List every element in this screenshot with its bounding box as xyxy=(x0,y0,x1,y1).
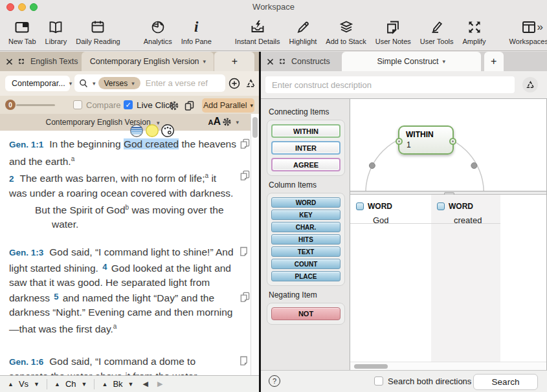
footnote-marker[interactable]: a xyxy=(113,323,117,330)
copy-icon[interactable] xyxy=(240,170,250,181)
copy-icon[interactable] xyxy=(240,138,250,149)
step-down-icon[interactable]: ▼ xyxy=(34,381,39,387)
text-size-control[interactable]: AA xyxy=(208,116,221,127)
inline-verse-number[interactable]: 5 xyxy=(52,292,60,301)
verse-reference-input[interactable] xyxy=(144,78,221,89)
verse-number[interactable]: 2 xyxy=(9,174,14,184)
palette-button-place[interactable]: PLACE xyxy=(271,271,340,281)
yellow-highlight-icon[interactable] xyxy=(145,124,159,138)
verse-search-field[interactable]: ▾ Verses ▾ xyxy=(74,74,225,92)
construct-column-item[interactable]: WORDcreated xyxy=(431,195,500,224)
construct-column-item[interactable]: WORDGod xyxy=(350,195,431,224)
new-tab-button[interactable]: + xyxy=(484,52,504,71)
pane-settings-control[interactable]: ▾ xyxy=(222,117,239,127)
window-title: Workspace xyxy=(0,2,547,12)
palette-button-not[interactable]: NOT xyxy=(271,307,340,320)
verse-reference[interactable]: Gen. 1:1 xyxy=(9,140,43,149)
add-parallel-button[interactable]: Add Parallel ▾ xyxy=(202,98,254,113)
step-up-icon[interactable]: ▲ xyxy=(8,381,14,387)
toolbar-item-info-pane[interactable]: iInfo Pane xyxy=(177,17,216,47)
construct-canvas[interactable]: WITHIN 1 WORDGodWORDcreated xyxy=(350,99,547,370)
search-both-directions-checkbox[interactable] xyxy=(374,376,383,386)
verse-reference[interactable]: Gen. 1:3 xyxy=(9,248,43,257)
toolbar-item-new-tab[interactable]: New Tab xyxy=(4,17,41,47)
within-node[interactable]: WITHIN 1 xyxy=(398,125,454,155)
scrollbar-thumb[interactable] xyxy=(252,117,258,138)
search-scope-pill[interactable]: Verses ▾ xyxy=(98,77,140,89)
step-up-icon[interactable]: ▲ xyxy=(102,381,107,387)
expand-zone-icon[interactable] xyxy=(17,58,25,65)
node-connector-right[interactable] xyxy=(449,138,456,145)
live-click-gear-icon[interactable] xyxy=(167,99,180,112)
close-zone-icon[interactable] xyxy=(6,58,13,65)
palette-button-text[interactable]: TEXT xyxy=(271,246,340,257)
palette-icon[interactable] xyxy=(161,124,175,138)
compare-slider-knob[interactable]: 0 xyxy=(5,100,16,110)
palette-button-key[interactable]: KEY xyxy=(271,210,340,220)
construct-columns: WORDGodWORDcreated xyxy=(350,195,546,362)
duplicate-pane-icon[interactable] xyxy=(183,99,195,112)
note-icon[interactable] xyxy=(240,246,250,257)
toolbar-item-amplify[interactable]: Amplify xyxy=(458,17,491,47)
palette-button-within[interactable]: WITHIN xyxy=(271,124,340,138)
tab-contemporary-english-version[interactable]: Contemporary English Version ▾ xyxy=(82,52,214,71)
inline-verse-number[interactable]: 4 xyxy=(101,262,108,272)
verse-paragraph: Gen. 1:3God said, “I command light to sh… xyxy=(9,245,237,336)
tab-simple-construct[interactable]: Simple Construct ▾ xyxy=(342,52,481,71)
pane-divider[interactable] xyxy=(259,52,261,392)
close-zone-icon[interactable] xyxy=(267,58,274,65)
step-down-icon[interactable]: ▼ xyxy=(128,381,134,387)
step-up-icon[interactable]: ▲ xyxy=(54,381,60,387)
footnote-marker[interactable]: a xyxy=(71,155,75,162)
right-tab-bar: Constructs Simple Construct ▾ + xyxy=(261,52,547,71)
add-search-entry-icon[interactable] xyxy=(228,77,241,90)
recycle-icon[interactable] xyxy=(244,77,257,90)
note-icon[interactable] xyxy=(240,356,250,367)
node-connector-left[interactable] xyxy=(396,138,403,145)
canvas-horizontal-scrollbar[interactable] xyxy=(350,362,546,370)
toolbar-item-add-to-stack[interactable]: Add to Stack xyxy=(321,17,370,47)
verse-reference[interactable]: Gen. 1:6 xyxy=(9,357,43,367)
new-tab-button[interactable]: + xyxy=(214,52,254,71)
expand-zone-icon[interactable] xyxy=(278,58,286,65)
copy-icon[interactable] xyxy=(240,292,250,303)
selected-text: God created xyxy=(124,138,179,149)
toolbar-item-library[interactable]: Library xyxy=(41,17,72,47)
toolbar-overflow-chevron-icon[interactable]: » xyxy=(537,21,543,34)
compare-slider-track[interactable] xyxy=(16,104,55,106)
water-highlight-icon[interactable] xyxy=(129,124,144,138)
construct-description-input[interactable] xyxy=(265,76,515,93)
history-forward-icon[interactable]: ▶ xyxy=(157,380,162,388)
palette-button-hits[interactable]: HITS xyxy=(271,234,340,245)
step-down-icon[interactable]: ▼ xyxy=(82,381,87,387)
recycle-icon[interactable] xyxy=(522,77,538,93)
history-back-icon[interactable]: ◀ xyxy=(143,380,148,388)
scrollbar-thumb[interactable] xyxy=(354,364,388,369)
workspaces-icon xyxy=(520,18,537,36)
palette-button-word[interactable]: WORD xyxy=(271,197,340,208)
column-item-type: WORD xyxy=(449,202,473,211)
toolbar-item-label: Daily Reading xyxy=(76,38,120,45)
toolbar-item-user-notes[interactable]: User Notes xyxy=(371,17,416,47)
module-select-button[interactable]: Contemporar... ▾ xyxy=(5,76,70,91)
palette-button-agree[interactable]: AGREE xyxy=(271,158,340,171)
toolbar-item-instant-details[interactable]: Instant Details xyxy=(230,17,285,47)
amplify-icon xyxy=(466,18,483,36)
search-button[interactable]: Search xyxy=(473,374,538,390)
toolbar-item-highlight[interactable]: Highlight xyxy=(285,17,322,47)
palette-button-inter[interactable]: INTER xyxy=(271,141,340,155)
toolbar-item-daily-reading[interactable]: Daily Reading xyxy=(71,17,124,47)
toolbar-item-analytics[interactable]: Analytics xyxy=(139,17,177,47)
toolbar-item-user-tools[interactable]: User Tools xyxy=(416,17,458,47)
node-type-label: WITHIN xyxy=(399,127,452,139)
live-click-checkbox[interactable]: ✓ xyxy=(124,100,133,109)
toolbar-item-label: Library xyxy=(45,38,67,45)
help-icon[interactable]: ? xyxy=(269,375,280,387)
palette-button-count[interactable]: COUNT xyxy=(271,259,340,269)
palette-button-char[interactable]: CHAR. xyxy=(271,222,340,232)
text-scrollbar[interactable] xyxy=(251,114,259,375)
verse-paragraph: 2The earth was barren, with no form of l… xyxy=(9,169,237,201)
search-options-chevron-icon[interactable]: ▾ xyxy=(93,80,96,87)
zone-label: English Texts xyxy=(30,57,78,66)
compare-checkbox[interactable] xyxy=(73,100,82,109)
